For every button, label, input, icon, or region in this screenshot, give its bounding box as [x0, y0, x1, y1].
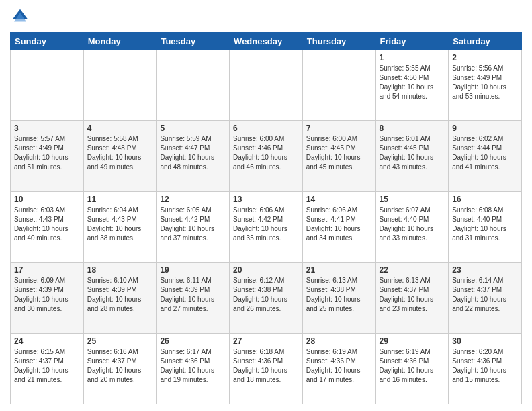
day-info: Sunrise: 6:06 AM Sunset: 4:41 PM Dayligh… [306, 205, 372, 243]
calendar-week-row: 17Sunrise: 6:09 AM Sunset: 4:39 PM Dayli… [11, 263, 522, 333]
day-info: Sunrise: 6:03 AM Sunset: 4:43 PM Dayligh… [14, 205, 80, 243]
day-info: Sunrise: 6:00 AM Sunset: 4:45 PM Dayligh… [306, 134, 372, 172]
day-number: 28 [306, 336, 372, 346]
calendar-week-row: 3Sunrise: 5:57 AM Sunset: 4:49 PM Daylig… [11, 121, 522, 191]
day-number: 6 [233, 124, 299, 133]
day-number: 27 [233, 336, 299, 346]
calendar-header-row: SundayMondayTuesdayWednesdayThursdayFrid… [11, 33, 522, 50]
day-info: Sunrise: 6:19 AM Sunset: 4:36 PM Dayligh… [306, 347, 372, 385]
day-number: 4 [87, 124, 153, 133]
logo [10, 7, 33, 27]
header [10, 7, 522, 27]
weekday-header: Friday [375, 33, 449, 50]
calendar-cell [230, 50, 303, 121]
calendar-cell: 25Sunrise: 6:16 AM Sunset: 4:37 PM Dayli… [83, 333, 157, 404]
calendar-cell: 23Sunrise: 6:14 AM Sunset: 4:37 PM Dayli… [449, 263, 522, 333]
calendar-cell: 3Sunrise: 5:57 AM Sunset: 4:49 PM Daylig… [11, 121, 84, 191]
day-number: 10 [14, 195, 80, 204]
calendar-cell: 7Sunrise: 6:00 AM Sunset: 4:45 PM Daylig… [302, 121, 375, 191]
calendar-cell: 24Sunrise: 6:15 AM Sunset: 4:37 PM Dayli… [11, 333, 84, 404]
day-info: Sunrise: 6:01 AM Sunset: 4:45 PM Dayligh… [380, 134, 445, 172]
day-info: Sunrise: 6:13 AM Sunset: 4:37 PM Dayligh… [380, 276, 445, 314]
day-number: 14 [306, 195, 372, 204]
day-info: Sunrise: 6:15 AM Sunset: 4:37 PM Dayligh… [14, 347, 80, 385]
day-info: Sunrise: 5:58 AM Sunset: 4:48 PM Dayligh… [87, 134, 153, 172]
day-info: Sunrise: 5:56 AM Sunset: 4:49 PM Dayligh… [452, 64, 518, 101]
day-number: 19 [160, 265, 226, 275]
day-info: Sunrise: 6:10 AM Sunset: 4:39 PM Dayligh… [87, 276, 153, 314]
day-info: Sunrise: 6:07 AM Sunset: 4:40 PM Dayligh… [380, 205, 445, 243]
day-number: 2 [452, 53, 518, 62]
day-number: 18 [87, 265, 153, 275]
calendar-cell: 28Sunrise: 6:19 AM Sunset: 4:36 PM Dayli… [302, 333, 375, 404]
day-info: Sunrise: 6:11 AM Sunset: 4:39 PM Dayligh… [160, 276, 226, 314]
calendar-cell: 29Sunrise: 6:19 AM Sunset: 4:36 PM Dayli… [375, 333, 449, 404]
day-number: 12 [160, 195, 226, 204]
calendar-cell: 5Sunrise: 5:59 AM Sunset: 4:47 PM Daylig… [157, 121, 230, 191]
calendar-cell: 4Sunrise: 5:58 AM Sunset: 4:48 PM Daylig… [83, 121, 157, 191]
day-info: Sunrise: 6:19 AM Sunset: 4:36 PM Dayligh… [380, 347, 445, 385]
logo-icon [10, 7, 30, 27]
day-info: Sunrise: 6:16 AM Sunset: 4:37 PM Dayligh… [87, 347, 153, 385]
calendar-cell: 18Sunrise: 6:10 AM Sunset: 4:39 PM Dayli… [83, 263, 157, 333]
day-number: 3 [14, 124, 80, 133]
day-number: 15 [380, 195, 445, 204]
calendar-cell: 16Sunrise: 6:08 AM Sunset: 4:40 PM Dayli… [449, 191, 522, 262]
calendar-cell: 17Sunrise: 6:09 AM Sunset: 4:39 PM Dayli… [11, 263, 84, 333]
calendar-cell [302, 50, 375, 121]
calendar-cell: 12Sunrise: 6:05 AM Sunset: 4:42 PM Dayli… [157, 191, 230, 262]
day-number: 17 [14, 265, 80, 275]
calendar-table: SundayMondayTuesdayWednesdayThursdayFrid… [10, 32, 522, 404]
day-info: Sunrise: 6:05 AM Sunset: 4:42 PM Dayligh… [160, 205, 226, 243]
day-number: 25 [87, 336, 153, 346]
calendar-week-row: 10Sunrise: 6:03 AM Sunset: 4:43 PM Dayli… [11, 191, 522, 262]
day-info: Sunrise: 6:13 AM Sunset: 4:38 PM Dayligh… [306, 276, 372, 314]
day-info: Sunrise: 6:12 AM Sunset: 4:38 PM Dayligh… [233, 276, 299, 314]
day-number: 11 [87, 195, 153, 204]
day-number: 21 [306, 265, 372, 275]
calendar-cell: 20Sunrise: 6:12 AM Sunset: 4:38 PM Dayli… [230, 263, 303, 333]
calendar-cell: 21Sunrise: 6:13 AM Sunset: 4:38 PM Dayli… [302, 263, 375, 333]
weekday-header: Monday [83, 33, 157, 50]
day-number: 13 [233, 195, 299, 204]
day-number: 22 [380, 265, 445, 275]
weekday-header: Thursday [302, 33, 375, 50]
calendar-cell: 1Sunrise: 5:55 AM Sunset: 4:50 PM Daylig… [375, 50, 449, 121]
day-info: Sunrise: 6:20 AM Sunset: 4:36 PM Dayligh… [452, 347, 518, 385]
calendar-cell: 13Sunrise: 6:06 AM Sunset: 4:42 PM Dayli… [230, 191, 303, 262]
day-info: Sunrise: 6:00 AM Sunset: 4:46 PM Dayligh… [233, 134, 299, 172]
calendar-cell: 10Sunrise: 6:03 AM Sunset: 4:43 PM Dayli… [11, 191, 84, 262]
calendar-cell: 27Sunrise: 6:18 AM Sunset: 4:36 PM Dayli… [230, 333, 303, 404]
day-info: Sunrise: 6:18 AM Sunset: 4:36 PM Dayligh… [233, 347, 299, 385]
day-number: 30 [452, 336, 518, 346]
day-info: Sunrise: 6:08 AM Sunset: 4:40 PM Dayligh… [452, 205, 518, 243]
weekday-header: Sunday [11, 33, 84, 50]
day-info: Sunrise: 6:14 AM Sunset: 4:37 PM Dayligh… [452, 276, 518, 314]
calendar-cell: 6Sunrise: 6:00 AM Sunset: 4:46 PM Daylig… [230, 121, 303, 191]
calendar-cell: 9Sunrise: 6:02 AM Sunset: 4:44 PM Daylig… [449, 121, 522, 191]
calendar-cell: 8Sunrise: 6:01 AM Sunset: 4:45 PM Daylig… [375, 121, 449, 191]
day-info: Sunrise: 5:57 AM Sunset: 4:49 PM Dayligh… [14, 134, 80, 172]
day-info: Sunrise: 6:02 AM Sunset: 4:44 PM Dayligh… [452, 134, 518, 172]
calendar-cell: 30Sunrise: 6:20 AM Sunset: 4:36 PM Dayli… [449, 333, 522, 404]
calendar-cell: 22Sunrise: 6:13 AM Sunset: 4:37 PM Dayli… [375, 263, 449, 333]
day-info: Sunrise: 6:17 AM Sunset: 4:36 PM Dayligh… [160, 347, 226, 385]
calendar-cell: 2Sunrise: 5:56 AM Sunset: 4:49 PM Daylig… [449, 50, 522, 121]
weekday-header: Saturday [449, 33, 522, 50]
day-number: 26 [160, 336, 226, 346]
calendar-cell: 11Sunrise: 6:04 AM Sunset: 4:43 PM Dayli… [83, 191, 157, 262]
day-info: Sunrise: 6:06 AM Sunset: 4:42 PM Dayligh… [233, 205, 299, 243]
day-number: 1 [380, 53, 445, 62]
day-number: 9 [452, 124, 518, 133]
calendar-cell [11, 50, 84, 121]
day-info: Sunrise: 5:59 AM Sunset: 4:47 PM Dayligh… [160, 134, 226, 172]
day-number: 20 [233, 265, 299, 275]
weekday-header: Tuesday [157, 33, 230, 50]
calendar-week-row: 24Sunrise: 6:15 AM Sunset: 4:37 PM Dayli… [11, 333, 522, 404]
day-number: 24 [14, 336, 80, 346]
weekday-header: Wednesday [230, 33, 303, 50]
calendar-cell: 15Sunrise: 6:07 AM Sunset: 4:40 PM Dayli… [375, 191, 449, 262]
calendar-cell: 26Sunrise: 6:17 AM Sunset: 4:36 PM Dayli… [157, 333, 230, 404]
day-info: Sunrise: 5:55 AM Sunset: 4:50 PM Dayligh… [380, 64, 445, 101]
calendar-week-row: 1Sunrise: 5:55 AM Sunset: 4:50 PM Daylig… [11, 50, 522, 121]
